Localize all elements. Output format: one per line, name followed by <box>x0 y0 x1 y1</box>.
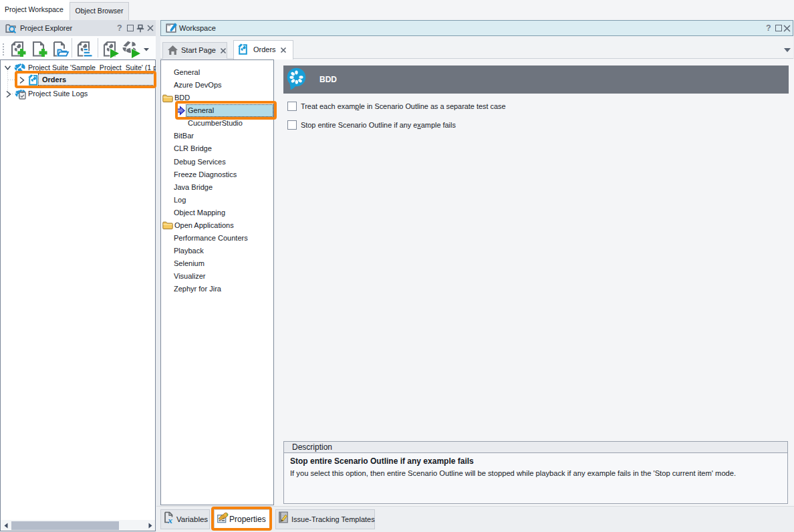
svg-text:x: x <box>167 515 172 525</box>
